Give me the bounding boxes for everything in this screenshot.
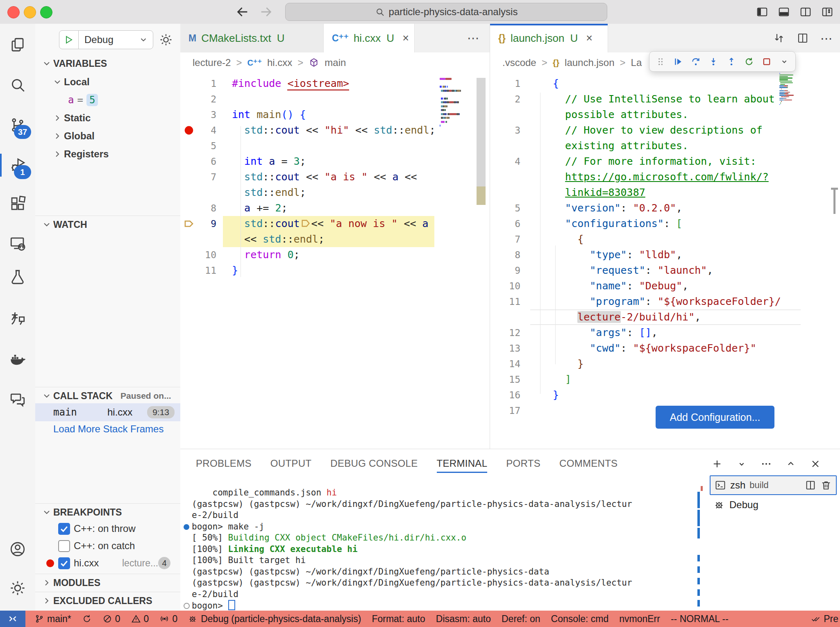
code-line[interactable]: 4 // For more information, visit: xyxy=(490,154,840,169)
code-line[interactable]: 10 return 0; xyxy=(180,247,490,263)
activity-item-settings[interactable] xyxy=(0,572,35,604)
activity-item-comments[interactable] xyxy=(0,384,35,415)
code-line[interactable]: 7 { xyxy=(490,232,840,247)
load-more-stack-frames-link[interactable]: Load More Stack Frames xyxy=(53,421,163,437)
code-line[interactable]: 6 int a = 3; xyxy=(180,154,490,169)
editor-more-actions-icon[interactable]: ⋯ xyxy=(820,31,833,45)
code-line[interactable]: 6 "configurations": [ xyxy=(490,216,840,232)
terminal-output[interactable]: compile_commands.json hi(gastpcsw) (gast… xyxy=(183,487,701,611)
code-line[interactable]: 11 "program": "${workspaceFolder}/ xyxy=(490,294,840,309)
toggle-panel-icon[interactable] xyxy=(778,6,790,18)
breadcrumb-segment[interactable]: lecture-2 xyxy=(193,57,231,68)
activity-item-remote-explorer[interactable] xyxy=(0,228,35,259)
close-icon[interactable]: × xyxy=(402,32,409,45)
status-item-format-auto[interactable]: Format: auto xyxy=(372,613,425,625)
status-item--normal-[interactable]: -- NORMAL -- xyxy=(671,613,729,625)
terminal-list-item-zsh[interactable]: zshbuild xyxy=(710,475,837,495)
breadcrumb-segment[interactable]: launch.json xyxy=(565,57,614,68)
breadcrumb-segment[interactable]: main xyxy=(325,57,346,68)
terminal-list-item-Debug[interactable]: Debug xyxy=(710,495,837,515)
toggle-sidebar-icon[interactable] xyxy=(756,6,768,18)
start-debugging-icon[interactable] xyxy=(59,31,79,49)
code-line[interactable]: 13 "cwd": "${workspaceFolder}" xyxy=(490,341,840,356)
add-configuration-button[interactable]: Add Configuration... xyxy=(656,406,774,429)
navigate-forward-icon[interactable] xyxy=(259,5,273,19)
status-item-nvmonerr[interactable]: nvmonErr xyxy=(619,613,660,625)
tab-launch.json[interactable]: {}launch.jsonU× xyxy=(490,24,608,53)
status-item[interactable] xyxy=(82,614,92,624)
variables-section-header[interactable]: VARIABLES xyxy=(35,55,180,72)
chevron-icon[interactable] xyxy=(780,56,789,67)
breakpoint-icon[interactable] xyxy=(184,125,194,136)
variables-scope-registers[interactable]: Registers xyxy=(35,145,180,163)
code-line[interactable]: 16} xyxy=(490,387,840,403)
variables-scope-global[interactable]: Global xyxy=(35,127,180,145)
code-editor-launch-json[interactable]: 1{2 // Use IntelliSense to learn about p… xyxy=(490,76,840,418)
launch-chevron-icon[interactable] xyxy=(736,458,747,470)
code-line[interactable]: 8 "type": "lldb", xyxy=(490,247,840,263)
breakpoint-checkbox[interactable] xyxy=(58,523,70,535)
tab-CMakeLists.txt[interactable]: MCMakeLists.txtU xyxy=(180,24,324,52)
close-icon[interactable] xyxy=(810,458,821,470)
maximize-icon[interactable] xyxy=(785,458,797,470)
window-close-button[interactable] xyxy=(7,6,20,18)
panel-tab-debug-console[interactable]: DEBUG CONSOLE xyxy=(330,453,418,474)
minimap[interactable] xyxy=(779,73,816,122)
step-into-icon[interactable] xyxy=(709,56,718,67)
code-line[interactable]: 14 } xyxy=(490,356,840,372)
activity-item-testing[interactable] xyxy=(0,261,35,293)
stop-icon[interactable] xyxy=(762,56,771,67)
code-line[interactable]: << std::endl; xyxy=(180,232,490,247)
editor-scrollbar[interactable] xyxy=(476,76,486,305)
status-item-pre[interactable]: Pre xyxy=(811,613,838,625)
status-item-debug-particle-physics-data-analysis-[interactable]: Debug (particle-physics-data-analysis) xyxy=(188,613,361,625)
command-center-search[interactable]: particle-physics-data-analysis xyxy=(285,3,607,21)
debug-settings-gear-icon[interactable] xyxy=(159,33,173,47)
panel-tab-comments[interactable]: COMMENTS xyxy=(559,453,618,474)
watch-section-header[interactable]: WATCH xyxy=(35,216,180,233)
activity-item-run-and-debug[interactable]: 1 xyxy=(0,150,35,181)
panel-tab-ports[interactable]: PORTS xyxy=(506,453,540,474)
status-item-deref-on[interactable]: Deref: on xyxy=(502,613,540,625)
code-line[interactable]: existing attributes. xyxy=(490,138,840,154)
breakpoint-row[interactable]: C++: on catch xyxy=(35,537,180,554)
status-item-0[interactable]: 0 xyxy=(102,613,120,625)
activity-item-search[interactable] xyxy=(0,69,35,100)
editor-scrollbar[interactable] xyxy=(833,188,835,214)
stack-frame-row[interactable]: main hi.cxx 9:13 xyxy=(35,403,180,421)
continue-icon[interactable] xyxy=(674,56,683,67)
code-line[interactable]: 7 std::cout << "a is " << a << xyxy=(180,169,490,185)
status-item-main-[interactable]: main* xyxy=(34,613,71,625)
code-line[interactable]: 12 "args": [], xyxy=(490,325,840,341)
activity-item-account[interactable] xyxy=(0,534,35,565)
code-line[interactable]: lecture-2/build/hi", xyxy=(490,309,840,325)
excluded-callers-section-header[interactable]: EXCLUDED CALLERS xyxy=(35,593,180,609)
restart-icon[interactable] xyxy=(745,56,754,67)
split-terminal-icon[interactable] xyxy=(805,479,816,491)
debug-launch-picker[interactable]: Debug xyxy=(59,30,153,49)
variables-scope-local[interactable]: Local xyxy=(35,73,180,91)
new-terminal-icon[interactable] xyxy=(711,458,723,470)
trash-terminal-icon[interactable] xyxy=(820,479,832,491)
breakpoint-checkbox[interactable] xyxy=(58,557,70,569)
breakpoint-checkbox[interactable] xyxy=(58,540,70,552)
status-item-0[interactable]: 0 xyxy=(159,613,177,625)
breadcrumb-segment[interactable]: La xyxy=(631,57,642,68)
step-over-icon[interactable] xyxy=(691,56,700,67)
code-line[interactable]: https://go.microsoft.com/fwlink/? xyxy=(490,169,840,185)
open-changes-icon[interactable] xyxy=(773,32,785,44)
call-stack-section-header[interactable]: CALL STACK Paused on... xyxy=(35,388,180,404)
split-editor-icon[interactable] xyxy=(797,32,809,44)
tab-hi.cxx[interactable]: C⁺⁺hi.cxxU× xyxy=(324,24,415,53)
code-line[interactable]: 15 ] xyxy=(490,372,840,387)
more-icon[interactable] xyxy=(761,458,772,470)
panel-tab-terminal[interactable]: TERMINAL xyxy=(437,453,488,474)
code-line[interactable]: std::endl; xyxy=(180,185,490,200)
breakpoints-section-header[interactable]: BREAKPOINTS xyxy=(35,504,180,520)
panel-tab-problems[interactable]: PROBLEMS xyxy=(196,453,252,474)
variables-scope-static[interactable]: Static xyxy=(35,109,180,127)
variable-row[interactable]: a = 5 xyxy=(68,91,98,109)
code-line[interactable]: 5 "version": "0.2.0", xyxy=(490,200,840,216)
minimap[interactable] xyxy=(440,78,476,143)
debug-top-frame-icon[interactable] xyxy=(184,218,194,229)
